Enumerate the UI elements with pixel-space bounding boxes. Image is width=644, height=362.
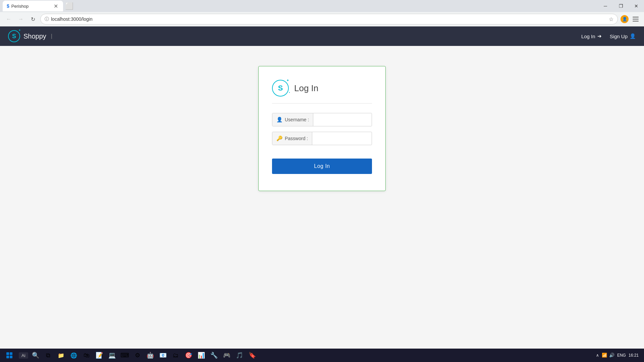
taskbar-task-view[interactable]: ⧉ [42,349,54,361]
tray-arrow-icon[interactable]: ∧ [596,353,599,358]
taskbar-search[interactable]: 🔍 [30,349,42,361]
taskbar-browser[interactable]: 🌐 [68,349,80,361]
taskbar-editor[interactable]: 📝 [93,349,105,361]
username-label-box: 👤 Username : [272,113,313,126]
login-icon: ➔ [597,33,602,39]
browser-chrome: $ Perishop ✕ ⬜ ─ ❐ ✕ ← → ↻ ⓘ [0,0,644,26]
password-field-group: 🔑 Password : [272,132,372,145]
tab-close-button[interactable]: ✕ [52,3,59,9]
back-button[interactable]: ← [4,14,13,24]
logo-icon: S [8,30,20,42]
address-bar-container: ⓘ ☆ [40,14,618,24]
browser-tab[interactable]: $ Perishop ✕ [3,1,63,11]
forward-button[interactable]: → [16,14,25,24]
tray-clock[interactable]: 16:21 [629,353,639,358]
nav-signup-link[interactable]: Sign Up 👤 [610,33,636,39]
username-label: Username : [285,117,309,122]
volume-icon: 🔊 [609,353,614,358]
browser-controls: ← → ↻ ⓘ ☆ 👤 [0,12,644,26]
login-title: Log In [294,83,318,94]
new-tab-button[interactable]: ⬜ [64,1,74,11]
browser-menu-button[interactable] [631,15,640,23]
window-controls: ─ ❐ ✕ [598,0,644,12]
minimize-button[interactable]: ─ [598,0,613,12]
taskbar-app-3[interactable]: 🎯 [182,349,195,361]
card-logo-icon: S [272,80,289,97]
taskbar-files[interactable]: 📁 [55,349,67,361]
taskbar-app-5[interactable]: 🔧 [208,349,220,361]
tray-icons: 📶 🔊 [602,353,614,358]
main-content: S Log In 👤 Username : 🔑 Password : [0,46,644,349]
taskbar-settings[interactable]: ⚙ [131,349,144,361]
address-bar-right: ☆ [609,16,613,22]
password-input[interactable] [312,132,372,144]
close-button[interactable]: ✕ [629,0,644,12]
taskbar-ai-label[interactable]: Ai [19,352,28,359]
address-icon: ⓘ [45,16,49,22]
user-icon: 👤 [276,117,283,123]
tab-title: Perishop [11,4,50,9]
wifi-icon: 📶 [602,353,607,358]
username-field-group: 👤 Username : [272,113,372,126]
taskbar-app-2[interactable]: 🗂 [170,349,182,361]
taskbar-terminal[interactable]: ⌨ [119,349,131,361]
taskbar-app-7[interactable]: 🎵 [233,349,246,361]
username-input[interactable] [313,114,372,126]
taskbar-tray: ∧ 📶 🔊 ENG 16:21 [596,353,641,358]
username-input-wrapper: 👤 Username : [272,113,372,126]
tab-bar: $ Perishop ✕ ⬜ ─ ❐ ✕ [0,0,644,12]
taskbar-app-8[interactable]: 🔖 [246,349,258,361]
taskbar-app-1[interactable]: 📧 [157,349,169,361]
tray-language: ENG [617,353,626,358]
taskbar-store[interactable]: 🛍 [80,349,93,361]
app-name: Shoppy [23,33,46,40]
login-card-header: S Log In [272,80,372,104]
taskbar-app-4[interactable]: 📊 [195,349,207,361]
app-nav: Log In ➔ Sign Up 👤 [581,33,636,39]
restore-button[interactable]: ❐ [613,0,629,12]
address-bar[interactable] [51,16,607,22]
password-input-wrapper: 🔑 Password : [272,132,372,145]
taskbar-android[interactable]: 🤖 [144,349,156,361]
bookmark-icon[interactable]: ☆ [609,16,613,22]
logo-divider: | [51,33,52,39]
refresh-button[interactable]: ↻ [28,14,38,24]
nav-login-link[interactable]: Log In ➔ [581,33,602,39]
profile-icon[interactable]: 👤 [621,15,629,23]
login-card: S Log In 👤 Username : 🔑 Password : [258,66,386,191]
password-label: Password : [285,136,308,141]
app-logo: S Shoppy | [8,30,52,42]
key-icon: 🔑 [276,135,283,141]
taskbar-items: 🔍 ⧉ 📁 🌐 🛍 📝 💻 ⌨ ⚙ 🤖 📧 🗂 🎯 📊 🔧 🎮 🎵 🔖 [30,349,595,361]
taskbar: Ai 🔍 ⧉ 📁 🌐 🛍 📝 💻 ⌨ ⚙ 🤖 📧 🗂 🎯 📊 🔧 🎮 🎵 🔖 ∧… [0,349,644,362]
taskbar-app-6[interactable]: 🎮 [221,349,233,361]
signup-icon: 👤 [630,33,636,39]
login-submit-button[interactable]: Log In [272,159,372,174]
password-label-box: 🔑 Password : [272,132,312,145]
start-button[interactable] [3,349,16,361]
tab-favicon-icon: $ [7,3,9,9]
app-header: S Shoppy | Log In ➔ Sign Up 👤 [0,26,644,46]
taskbar-code[interactable]: 💻 [106,349,118,361]
